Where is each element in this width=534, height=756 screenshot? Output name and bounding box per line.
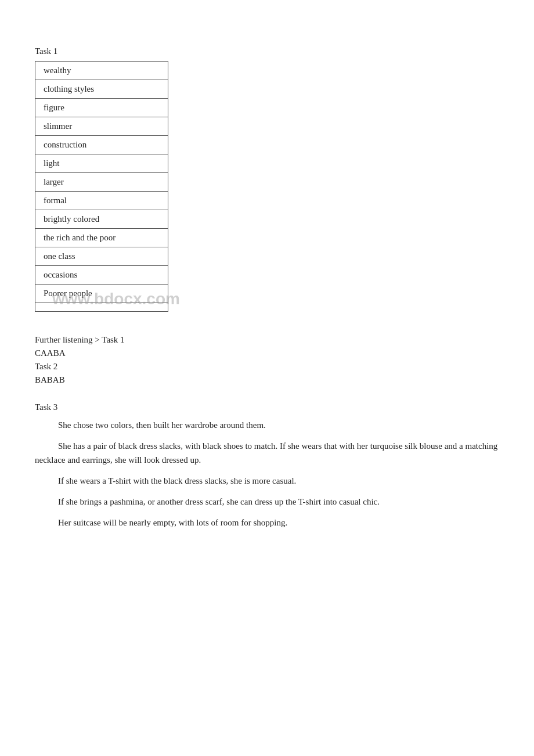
- table-cell: larger: [35, 173, 168, 192]
- word-table-wrapper: wealthyclothing stylesfigureslimmerconst…: [35, 61, 499, 312]
- table-row: the rich and the poor: [35, 229, 168, 247]
- table-cell: brightly colored: [35, 210, 168, 229]
- table-cell: light: [35, 154, 168, 173]
- task1-label: Task 1: [35, 46, 499, 56]
- task3-paragraph: Her suitcase will be nearly empty, with …: [35, 516, 499, 530]
- task3-paragraph: If she brings a pashmina, or another dre…: [35, 495, 499, 509]
- table-row: clothing styles: [35, 80, 168, 99]
- table-row: construction: [35, 136, 168, 154]
- table-row: [35, 303, 168, 312]
- table-cell: wealthy: [35, 62, 168, 80]
- table-row: light: [35, 154, 168, 173]
- task2-label: Task 2: [35, 362, 499, 372]
- table-row: wealthy: [35, 62, 168, 80]
- table-row: larger: [35, 173, 168, 192]
- table-cell: slimmer: [35, 117, 168, 136]
- table-cell: formal: [35, 192, 168, 210]
- task3-section: Task 3 She chose two colors, then built …: [35, 402, 499, 530]
- table-row: occasions: [35, 266, 168, 285]
- table-cell: construction: [35, 136, 168, 154]
- table-cell: clothing styles: [35, 80, 168, 99]
- further-label: Further listening > Task 1: [35, 335, 499, 345]
- further-section: Further listening > Task 1 CAABA Task 2 …: [35, 335, 499, 385]
- task3-paragraph: If she wears a T-shirt with the black dr…: [35, 474, 499, 488]
- task3-label: Task 3: [35, 402, 499, 412]
- table-row: one class: [35, 247, 168, 266]
- further-answer1: CAABA: [35, 348, 499, 358]
- task3-paragraph: She chose two colors, then built her war…: [35, 418, 499, 432]
- page-container: Task 1 wealthyclothing stylesfigureslimm…: [0, 0, 534, 571]
- table-row: figure: [35, 99, 168, 117]
- table-cell: [35, 303, 168, 312]
- table-cell: Poorer people: [35, 285, 168, 303]
- task1-table: wealthyclothing stylesfigureslimmerconst…: [35, 61, 168, 312]
- table-row: Poorer people: [35, 285, 168, 303]
- task3-paragraphs: She chose two colors, then built her war…: [35, 418, 499, 530]
- table-row: formal: [35, 192, 168, 210]
- table-row: slimmer: [35, 117, 168, 136]
- task3-paragraph: She has a pair of black dress slacks, wi…: [35, 439, 499, 467]
- table-cell: one class: [35, 247, 168, 266]
- table-cell: figure: [35, 99, 168, 117]
- table-cell: occasions: [35, 266, 168, 285]
- further-answer2: BABAB: [35, 375, 499, 385]
- table-cell: the rich and the poor: [35, 229, 168, 247]
- table-row: brightly colored: [35, 210, 168, 229]
